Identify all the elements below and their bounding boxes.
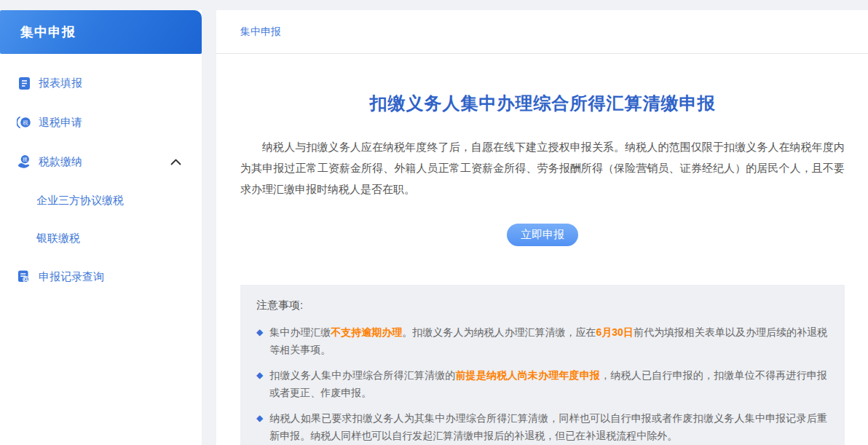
sidebar-title: 集中申报 [20,23,76,41]
svg-text:税: 税 [22,119,28,126]
notice-box: 注意事项: ◆集中办理汇缴不支持逾期办理。扣缴义务人为纳税人办理汇算清缴，应在6… [240,285,845,445]
diamond-bullet-icon: ◆ [256,409,263,444]
tax-refund-icon: 税 [17,115,31,130]
sidebar-header: 集中申报 [0,10,202,54]
notice-title: 注意事项: [256,299,827,312]
sidebar-item-label: 退税申请 [39,116,82,130]
notice-item: ◆扣缴义务人集中办理综合所得汇算清缴的前提是纳税人尚未办理年度申报，纳税人已自行… [256,366,827,401]
chevron-up-icon[interactable] [170,158,182,166]
notice-item: ◆集中办理汇缴不支持逾期办理。扣缴义务人为纳税人办理汇算清缴，应在6月30日前代… [256,323,827,358]
notice-item-text: 扣缴义务人集中办理综合所得汇算清缴的前提是纳税人尚未办理年度申报，纳税人已自行申… [269,366,827,401]
notice-item: ◆纳税人如果已要求扣缴义务人为其集中办理综合所得汇算清缴，同样也可以自行申报或者… [256,409,827,444]
form-icon [17,76,31,90]
sidebar-item-unionpay-tax[interactable]: 银联缴税 [0,219,202,257]
sidebar-item-label: 申报记录查询 [39,270,104,284]
sidebar-menu: 报表填报 税 退税申请 税 税款缴纳 企业三方协议缴税 [0,54,202,296]
page: 集中申报 报表填报 税 退税申请 税 税款缴纳 [0,0,868,445]
notice-item-text: 集中办理汇缴不支持逾期办理。扣缴义务人为纳税人办理汇算清缴，应在6月30日前代为… [269,323,827,358]
sidebar-item-declaration-record-query[interactable]: 申报记录查询 [0,257,202,296]
sidebar-item-label: 报表填报 [39,76,82,90]
sidebar-item-triparty-agreement-tax[interactable]: 企业三方协议缴税 [0,181,202,219]
sidebar-item-report-filling[interactable]: 报表填报 [0,63,202,103]
svg-text:税: 税 [23,157,28,162]
breadcrumb-item[interactable]: 集中申报 [240,25,281,39]
record-search-icon [17,269,31,284]
content: 扣缴义务人集中办理综合所得汇算清缴申报 纳税人与扣缴义务人应在纳税年度终了后，自… [216,54,868,445]
intro-paragraph: 纳税人与扣缴义务人应在纳税年度终了后，自愿在线下建立授权申报关系。纳税人的范围仅… [240,136,845,200]
tax-payment-icon: 税 [17,154,31,169]
apply-now-button[interactable]: 立即申报 [507,224,578,246]
sidebar-item-tax-refund[interactable]: 税 退税申请 [0,103,202,142]
notice-list: ◆集中办理汇缴不支持逾期办理。扣缴义务人为纳税人办理汇算清缴，应在6月30日前代… [256,323,827,444]
sidebar-item-label: 税款缴纳 [39,155,82,169]
sidebar-item-label: 企业三方协议缴税 [36,194,124,208]
diamond-bullet-icon: ◆ [256,323,263,358]
sidebar-item-label: 银联缴税 [36,232,80,245]
page-title: 扣缴义务人集中办理综合所得汇算清缴申报 [240,92,845,115]
notice-item-text: 纳税人如果已要求扣缴义务人为其集中办理综合所得汇算清缴，同样也可以自行申报或者作… [269,409,827,444]
main-panel: 集中申报 扣缴义务人集中办理综合所得汇算清缴申报 纳税人与扣缴义务人应在纳税年度… [216,10,868,445]
sidebar-item-tax-payment[interactable]: 税 税款缴纳 [0,142,202,181]
button-row: 立即申报 [240,224,845,246]
sidebar: 集中申报 报表填报 税 退税申请 税 税款缴纳 [0,10,202,445]
breadcrumb: 集中申报 [216,10,868,54]
diamond-bullet-icon: ◆ [256,366,263,401]
